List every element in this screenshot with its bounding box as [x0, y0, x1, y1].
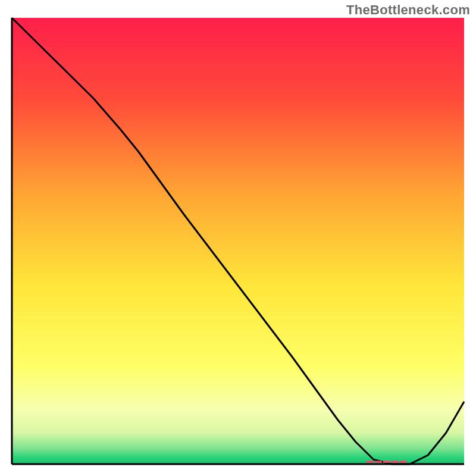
- chart-container: TheBottleneck.com ▬▬▬▬▬: [0, 0, 476, 476]
- bottleneck-chart-canvas: [0, 0, 476, 476]
